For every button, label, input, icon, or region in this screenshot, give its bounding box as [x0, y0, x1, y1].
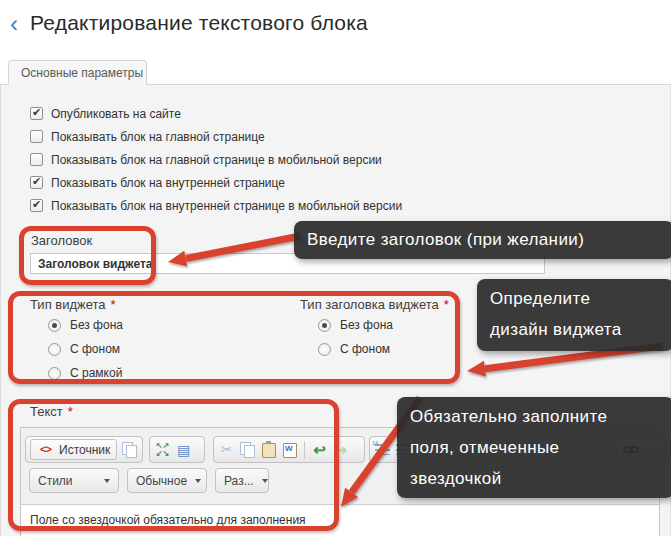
redo-icon[interactable] — [332, 441, 349, 458]
checkbox-row-publish[interactable]: Опубликовать на сайте — [30, 106, 181, 121]
checkbox-icon[interactable] — [30, 107, 43, 120]
show-blocks-icon[interactable] — [175, 441, 192, 458]
radio-label: С фоном — [70, 342, 120, 356]
checkbox-icon[interactable] — [30, 130, 43, 143]
numbered-list-icon[interactable] — [374, 441, 391, 458]
cut-icon[interactable] — [218, 441, 235, 458]
radio-label: Без фона — [340, 318, 393, 332]
radio-widget-type-bg[interactable]: С фоном — [48, 342, 120, 356]
caret-down-icon — [195, 479, 201, 483]
link-icon[interactable] — [622, 441, 639, 458]
title-input[interactable] — [30, 253, 545, 274]
checkbox-label: Показывать блок на главной странице — [51, 130, 265, 144]
required-asterisk: * — [444, 297, 449, 312]
checkbox-label: Опубликовать на сайте — [51, 107, 181, 121]
back-chevron-icon[interactable]: ‹ — [10, 10, 18, 38]
size-dropdown[interactable]: Раз... — [215, 468, 269, 493]
widget-header-type-label-text: Тип заголовка виджета — [300, 297, 439, 312]
required-asterisk: * — [68, 404, 73, 419]
checkbox-row-show-inner-mobile[interactable]: Показывать блок на внутренней странице в… — [30, 198, 402, 213]
page: ‹ Редактирование текстового блока Основн… — [0, 0, 671, 536]
source-code-icon — [37, 441, 54, 458]
toolbar-group-source: Источник — [25, 436, 143, 463]
checkbox-label: Показывать блок на главной странице в мо… — [51, 153, 382, 167]
caret-down-icon — [262, 479, 268, 483]
toolbar-group-links — [617, 436, 667, 463]
bullet-list-icon[interactable] — [395, 441, 412, 458]
radio-widget-type-border[interactable]: С рамкой — [48, 366, 122, 380]
source-button-label: Источник — [59, 443, 110, 457]
paste-from-word-icon[interactable] — [281, 441, 298, 458]
source-button[interactable]: Источник — [30, 439, 117, 460]
widget-header-type-label: Тип заголовка виджета* — [300, 297, 449, 312]
widget-type-label-text: Тип виджета — [30, 297, 106, 312]
widget-type-label: Тип виджета* — [30, 297, 116, 312]
undo-icon[interactable] — [311, 441, 328, 458]
radio-header-type-bg[interactable]: С фоном — [318, 342, 390, 356]
radio-icon[interactable] — [318, 319, 331, 332]
checkbox-icon[interactable] — [30, 199, 43, 212]
caret-down-icon — [104, 479, 110, 483]
toolbar-group-view — [149, 436, 205, 463]
radio-label: С рамкой — [70, 366, 122, 380]
toolbar-separator — [304, 441, 305, 459]
rich-text-editor: Источник Стили Обы — [20, 427, 660, 536]
copy-icon[interactable] — [239, 441, 256, 458]
checkbox-row-show-inner[interactable]: Показывать блок на внутренней странице — [30, 175, 285, 190]
radio-icon[interactable] — [48, 319, 61, 332]
radio-icon[interactable] — [48, 343, 61, 356]
styles-dropdown-label: Стили — [38, 474, 73, 488]
maximize-icon[interactable] — [154, 441, 171, 458]
editor-content-text: Поле со звездочкой обязательно для запол… — [30, 513, 306, 527]
radio-icon[interactable] — [318, 343, 331, 356]
page-title: Редактирование текстового блока — [30, 11, 368, 35]
radio-icon[interactable] — [48, 367, 61, 380]
required-asterisk: * — [111, 297, 116, 312]
checkbox-icon[interactable] — [30, 153, 43, 166]
radio-label: Без фона — [70, 318, 123, 332]
text-field-label: Текст* — [30, 404, 73, 419]
checkbox-row-show-main-mobile[interactable]: Показывать блок на главной странице в мо… — [30, 152, 382, 167]
checkbox-icon[interactable] — [30, 176, 43, 189]
editor-content-area[interactable]: Поле со звездочкой обязательно для запол… — [21, 504, 659, 536]
radio-header-type-no-bg[interactable]: Без фона — [318, 318, 393, 332]
tab-main-params[interactable]: Основные параметры — [8, 60, 147, 85]
radio-widget-type-no-bg[interactable]: Без фона — [48, 318, 123, 332]
toolbar-group-clipboard — [213, 436, 365, 463]
tab-label: Основные параметры — [21, 66, 143, 80]
radio-label: С фоном — [340, 342, 390, 356]
styles-dropdown[interactable]: Стили — [29, 468, 119, 493]
checkbox-row-show-main[interactable]: Показывать блок на главной странице — [30, 129, 265, 144]
format-dropdown[interactable]: Обычное — [127, 468, 207, 493]
text-field-label-text: Текст — [30, 404, 63, 419]
format-dropdown-label: Обычное — [136, 474, 187, 488]
toolbar-group-lists — [369, 436, 449, 463]
page-header: ‹ Редактирование текстового блока — [0, 0, 671, 60]
checkbox-label: Показывать блок на внутренней странице в… — [51, 199, 402, 213]
template-icon[interactable] — [121, 441, 138, 458]
paste-icon[interactable] — [260, 441, 277, 458]
size-dropdown-label: Раз... — [224, 474, 254, 488]
checkbox-label: Показывать блок на внутренней странице — [51, 176, 285, 190]
title-field-label: Заголовок — [31, 233, 92, 248]
